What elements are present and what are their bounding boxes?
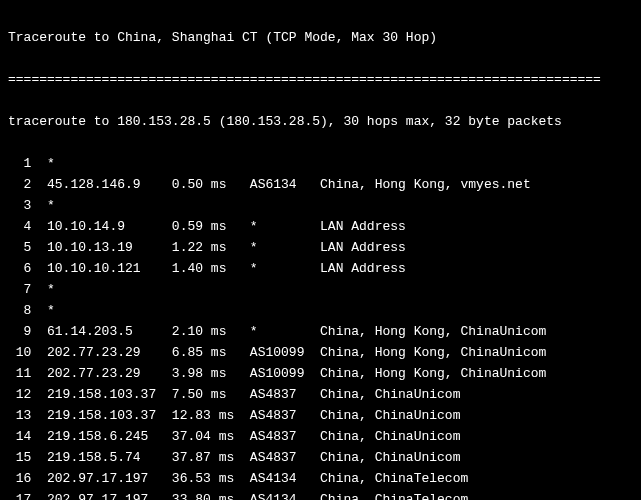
- hop-row: 16 202.97.17.197 36.53 ms AS4134 China, …: [8, 468, 633, 489]
- hop-row: 2 45.128.146.9 0.50 ms AS6134 China, Hon…: [8, 174, 633, 195]
- summary-line: traceroute to 180.153.28.5 (180.153.28.5…: [8, 111, 633, 132]
- hop-list: 1 * 2 45.128.146.9 0.50 ms AS6134 China,…: [8, 153, 633, 500]
- hop-row: 10 202.77.23.29 6.85 ms AS10099 China, H…: [8, 342, 633, 363]
- hop-row: 14 219.158.6.245 37.04 ms AS4837 China, …: [8, 426, 633, 447]
- hop-row: 13 219.158.103.37 12.83 ms AS4837 China,…: [8, 405, 633, 426]
- hop-row: 17 202.97.17.197 33.80 ms AS4134 China, …: [8, 489, 633, 500]
- terminal-output: Traceroute to China, Shanghai CT (TCP Mo…: [0, 0, 641, 500]
- title-line: Traceroute to China, Shanghai CT (TCP Mo…: [8, 27, 633, 48]
- hop-row: 9 61.14.203.5 2.10 ms * China, Hong Kong…: [8, 321, 633, 342]
- hop-row: 8 *: [8, 300, 633, 321]
- hop-row: 7 *: [8, 279, 633, 300]
- hop-row: 15 219.158.5.74 37.87 ms AS4837 China, C…: [8, 447, 633, 468]
- hop-row: 11 202.77.23.29 3.98 ms AS10099 China, H…: [8, 363, 633, 384]
- hop-row: 4 10.10.14.9 0.59 ms * LAN Address: [8, 216, 633, 237]
- hop-row: 6 10.10.10.121 1.40 ms * LAN Address: [8, 258, 633, 279]
- hop-row: 3 *: [8, 195, 633, 216]
- hop-row: 12 219.158.103.37 7.50 ms AS4837 China, …: [8, 384, 633, 405]
- divider-line: ========================================…: [8, 69, 633, 90]
- hop-row: 5 10.10.13.19 1.22 ms * LAN Address: [8, 237, 633, 258]
- hop-row: 1 *: [8, 153, 633, 174]
